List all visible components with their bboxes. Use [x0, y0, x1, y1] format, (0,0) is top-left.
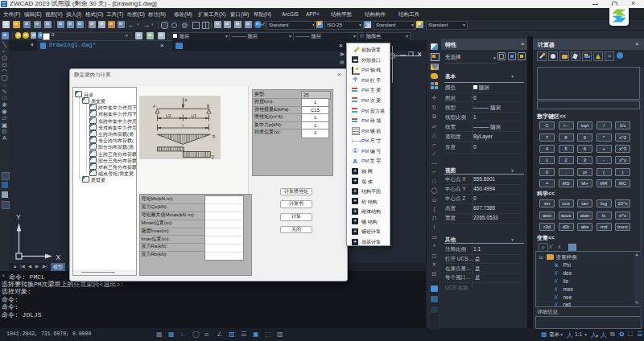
svg-text:Y: Y [16, 213, 21, 221]
svg-text:P: P [185, 99, 188, 103]
svg-text:X: X [56, 253, 61, 261]
svg-text:l: l [183, 123, 184, 127]
svg-text:L/2: L/2 [166, 113, 171, 117]
svg-text:L/2: L/2 [192, 113, 197, 117]
svg-text:B: B [207, 104, 209, 108]
svg-text:A: A [153, 104, 155, 108]
svg-text:Q: Q [212, 154, 215, 158]
